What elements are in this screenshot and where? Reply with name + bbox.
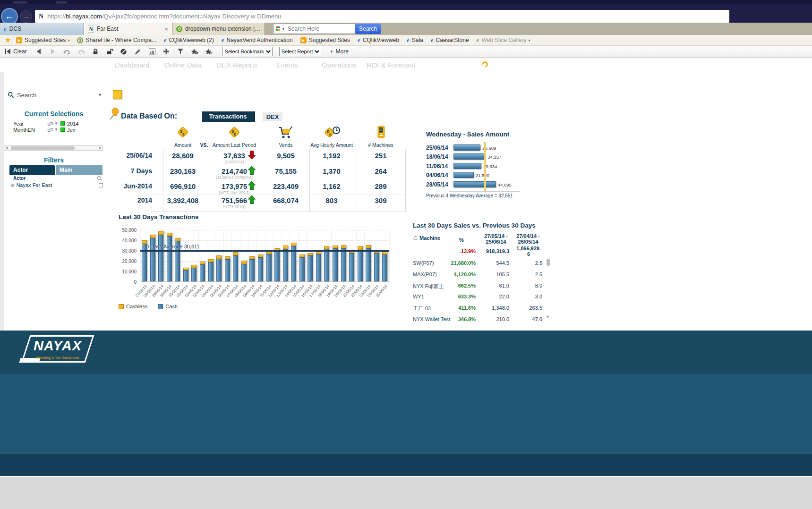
nav-item-online-data[interactable]: Online Data [164,61,202,69]
stacked-bar[interactable] [158,231,163,281]
favorites-bar-item[interactable]: eCQlikViewweb (2) [164,36,214,44]
edit-icon[interactable] [131,47,145,56]
wednesday-bar[interactable] [453,181,496,187]
sidebar-horizontal-scrollbar[interactable]: ◀ ▶ [4,145,103,151]
nav-item-dex-reports[interactable]: DEX Reports [216,61,258,69]
stacked-bar[interactable] [241,261,247,281]
machine-name[interactable]: 工厂-03 [413,305,431,312]
machine-name[interactable]: SW(P07) [413,260,434,266]
clear-button[interactable]: Clear [5,48,27,55]
add-icon[interactable] [159,47,173,56]
scrollbar-thumb[interactable] [547,259,550,266]
stacked-bar[interactable] [299,254,305,281]
search-button[interactable]: Search [355,24,381,34]
stacked-bar[interactable] [183,268,188,281]
undo-icon[interactable] [60,47,74,56]
back-step-icon[interactable] [32,47,46,56]
eraser-icon[interactable] [47,126,53,134]
machine-name[interactable]: NYX Fuji富士 [413,283,444,290]
chevron-down-icon[interactable]: ▼ [98,93,102,97]
col-header-previous-period[interactable]: 27/04/14 - 26/05/14 [513,233,543,245]
lock-icon[interactable] [88,47,103,56]
quick-select-icon[interactable] [173,47,188,56]
wednesday-bar[interactable] [453,163,481,169]
actor-listbox-header: Actor [13,176,102,181]
favorites-bar-item[interactable]: ▶Suggested Sites [300,37,350,43]
wednesday-bar[interactable] [453,172,474,178]
filter-tab-main[interactable]: Main [56,165,103,175]
add-favorite-star-icon[interactable]: ★ [5,36,12,44]
stacked-bar[interactable] [208,259,214,281]
address-bar[interactable]: N https://bi.nayax.com/QvAjaxZfc/opendoc… [35,10,729,23]
scroll-left-icon[interactable]: ◀ [5,146,8,150]
nayax-favicon-icon: N [88,25,94,33]
select-bookmark-dropdown[interactable]: Select Bookmark [222,47,273,56]
stacked-bar[interactable] [200,262,205,281]
chart-icon[interactable] [145,47,159,56]
browser-tab-far-east[interactable]: N Far East × [84,23,172,35]
more-button[interactable]: ▼ More [330,48,349,55]
stacked-bar[interactable] [233,252,238,281]
col-header-machine[interactable]: Machine [413,235,440,241]
favorites-bar-item[interactable]: eWeb Slice Gallery▾ [477,36,530,44]
col-header-percent[interactable]: % [450,237,473,243]
select-report-dropdown[interactable]: Select Report [279,47,321,56]
sidebar-search-input[interactable]: Search ▼ [8,90,102,100]
tab-transactions[interactable]: Transactions [202,111,255,122]
machine-name[interactable]: MAX(P07) [413,271,437,277]
favorites-bar-item[interactable]: eNayaxVend Authentication [222,36,293,44]
stacked-bar[interactable] [349,250,354,281]
tab-dex[interactable]: DEX [263,112,282,121]
machine-name[interactable]: WY1 [413,294,424,299]
col-header-current-period[interactable]: 27/05/14 - 25/06/14 [481,233,511,245]
actor-item-checkbox[interactable] [99,183,103,187]
unlock-icon[interactable] [103,47,117,56]
wednesday-bar[interactable] [453,144,480,151]
nav-item-roi-forecast[interactable]: ROI & Forecast [367,61,415,69]
chevron-down-icon[interactable]: ▼ [54,121,58,126]
expand-plus-icon[interactable]: ⊕ [10,183,14,188]
search-input[interactable]: ▼ Search Here [273,24,355,34]
add-bookmark-icon[interactable] [188,47,202,56]
stacked-bar[interactable] [274,248,280,281]
stacked-bar[interactable] [258,254,263,281]
scroll-right-icon[interactable]: ▶ [99,146,102,150]
stacked-bar[interactable] [191,265,197,281]
search-icon[interactable] [97,176,102,181]
stacked-bar[interactable] [291,243,296,282]
browser-tab-dropdown-extension[interactable]: Q dropdown menu extension | Ql... [172,23,265,35]
stacked-bar[interactable] [249,256,255,281]
favorites-bar-item[interactable]: eSala [407,36,423,44]
note-square[interactable] [113,90,122,99]
wednesday-bar[interactable] [453,153,486,160]
favorites-bar-item[interactable]: ▶Suggested Sites▾ [16,37,69,43]
stacked-bar[interactable] [216,255,222,281]
nav-item-dashboard[interactable]: Dashboard [115,61,149,69]
filter-tab-actor[interactable]: Actor [9,165,55,175]
redo-icon[interactable] [74,47,88,56]
stacked-bar[interactable] [374,250,379,281]
browser-tab-dcs[interactable]: e DCS [0,23,84,35]
forward-step-icon[interactable] [46,47,60,56]
stacked-bar[interactable] [225,256,230,281]
stacked-bar[interactable] [167,233,172,281]
close-tab-icon[interactable]: × [164,25,168,33]
stacked-bar[interactable] [308,253,313,281]
actor-list-item[interactable]: ⊕ Nayax Far East [10,182,103,188]
stacked-bar[interactable] [382,252,387,281]
chevron-down-icon[interactable]: ▼ [54,127,58,132]
stacked-bar[interactable] [150,235,155,281]
stacked-bar[interactable] [266,251,272,281]
clear-all-icon[interactable] [117,47,131,56]
stacked-bar[interactable] [316,252,321,281]
favorites-bar-item[interactable]: SShareFile - Where Compa... [77,37,156,43]
nav-item-operations[interactable]: Operations [322,61,356,69]
chevron-down-icon[interactable]: ▼ [282,27,285,31]
forward-button[interactable]: → [20,10,32,23]
favorites-bar-item[interactable]: eCaesarStone [431,36,469,44]
scroll-down-icon[interactable]: ▼ [546,314,550,319]
nav-item-events[interactable]: Events [276,61,298,69]
favorites-bar-item[interactable]: eCQlikViewweb [358,36,399,44]
scrollbar-thumb[interactable] [11,146,75,150]
remove-bookmark-icon[interactable] [202,47,216,56]
